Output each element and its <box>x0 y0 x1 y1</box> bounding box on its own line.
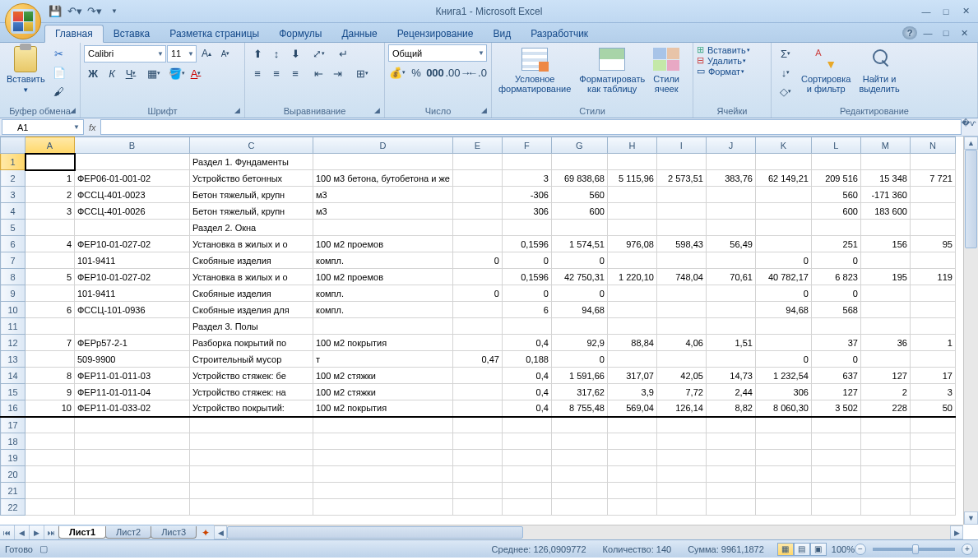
new-sheet-icon[interactable]: ✦ <box>197 527 214 539</box>
cell[interactable] <box>25 351 75 368</box>
cell[interactable]: Раздел 3. Полы <box>190 318 313 335</box>
cell[interactable] <box>607 285 656 302</box>
cell[interactable]: 251 <box>811 236 860 252</box>
cell[interactable]: 0,4 <box>502 384 551 400</box>
cell[interactable] <box>313 499 453 516</box>
cell[interactable]: 0 <box>755 285 811 302</box>
cell[interactable] <box>860 466 910 483</box>
cell[interactable]: 0 <box>551 351 607 368</box>
row-header-6[interactable]: 6 <box>1 236 25 252</box>
cell[interactable] <box>313 417 453 433</box>
cell[interactable] <box>607 220 656 236</box>
cell[interactable]: 37 <box>811 335 860 351</box>
row-header-20[interactable]: 20 <box>1 466 25 483</box>
cell[interactable]: -306 <box>502 187 551 203</box>
cell[interactable] <box>860 351 910 368</box>
cell[interactable] <box>656 466 706 483</box>
cell[interactable]: ФЕРр57-2-1 <box>75 335 190 351</box>
cell[interactable] <box>910 154 955 170</box>
cell[interactable] <box>452 400 502 417</box>
cell[interactable]: 8 <box>25 368 75 384</box>
row-header-18[interactable]: 18 <box>1 433 25 450</box>
number-launcher-icon[interactable]: ◢ <box>478 104 489 116</box>
cell[interactable] <box>75 483 190 499</box>
cell[interactable] <box>607 483 656 499</box>
cell[interactable]: 100 м2 проемов <box>313 269 453 285</box>
cell[interactable] <box>860 220 910 236</box>
sheet-tab-1[interactable]: Лист1 <box>58 526 106 539</box>
orientation-icon[interactable]: ⤢▾ <box>309 44 327 62</box>
cell[interactable]: 17 <box>910 368 955 384</box>
inc-decimal-icon[interactable]: .00→ <box>449 63 467 81</box>
cell[interactable]: 3 502 <box>811 400 860 417</box>
border-icon[interactable]: ▦▾ <box>145 64 163 82</box>
italic-icon[interactable]: К <box>103 64 121 82</box>
cell[interactable] <box>910 450 955 466</box>
cell[interactable] <box>860 252 910 269</box>
underline-icon[interactable]: Ч▾ <box>122 64 140 82</box>
align-top-icon[interactable]: ⬆ <box>248 44 267 62</box>
col-header-L[interactable]: L <box>811 137 860 154</box>
cell[interactable]: 598,43 <box>656 236 706 252</box>
col-header-E[interactable]: E <box>452 137 502 154</box>
cell[interactable]: 6 <box>25 302 75 318</box>
cell[interactable] <box>860 302 910 318</box>
cell[interactable]: 560 <box>811 187 860 203</box>
cell[interactable]: 4 <box>25 236 75 252</box>
cell[interactable]: 600 <box>551 203 607 220</box>
cell[interactable]: 0,4 <box>502 400 551 417</box>
col-header-H[interactable]: H <box>607 137 656 154</box>
col-header-M[interactable]: M <box>860 137 910 154</box>
wrap-text-icon[interactable]: ↵ <box>332 44 354 62</box>
cell[interactable]: 42 750,31 <box>551 269 607 285</box>
cell[interactable]: 94,68 <box>755 302 811 318</box>
cell[interactable] <box>755 450 811 466</box>
cell[interactable]: компл. <box>313 302 453 318</box>
cell[interactable] <box>607 252 656 269</box>
cell[interactable]: 100 м2 стяжки <box>313 368 453 384</box>
cell[interactable] <box>656 433 706 450</box>
row-header-10[interactable]: 10 <box>1 302 25 318</box>
cell[interactable] <box>860 483 910 499</box>
clear-icon[interactable]: ◇▾ <box>775 82 796 100</box>
align-center-icon[interactable]: ≡ <box>267 64 285 82</box>
cell[interactable]: 3 <box>25 203 75 220</box>
cell[interactable] <box>607 466 656 483</box>
scroll-down-icon[interactable]: ▼ <box>964 511 978 525</box>
font-name-combo[interactable]: Calibri▼ <box>84 45 166 62</box>
row-header-1[interactable]: 1 <box>1 154 25 170</box>
cell[interactable]: 568 <box>811 302 860 318</box>
vertical-scrollbar[interactable]: ▲ ▼ <box>963 137 978 525</box>
cell[interactable]: 2 573,51 <box>656 170 706 187</box>
font-size-combo[interactable]: 11▼ <box>167 45 197 62</box>
cell[interactable] <box>502 154 551 170</box>
name-box-dropdown-icon[interactable]: ▼ <box>73 123 80 131</box>
cell[interactable] <box>755 236 811 252</box>
cell[interactable] <box>910 318 955 335</box>
redo-icon[interactable]: ↷▾ <box>86 2 104 21</box>
cell[interactable]: 383,76 <box>706 170 755 187</box>
cell[interactable]: 1 <box>910 335 955 351</box>
cell[interactable] <box>706 351 755 368</box>
qat-customize-icon[interactable]: ▼ <box>105 2 123 21</box>
cell[interactable] <box>656 483 706 499</box>
grow-font-icon[interactable]: A▴ <box>197 44 216 62</box>
cell[interactable] <box>656 499 706 516</box>
inc-indent-icon[interactable]: ⇥ <box>328 64 346 82</box>
cell[interactable]: 2,44 <box>706 384 755 400</box>
sheet-prev-icon[interactable]: ◀ <box>15 525 30 539</box>
cell[interactable]: 0,1596 <box>502 269 551 285</box>
cell[interactable]: 127 <box>860 368 910 384</box>
cell[interactable]: Устройство стяжек: на <box>190 384 313 400</box>
cell[interactable]: 569,04 <box>607 400 656 417</box>
cell[interactable] <box>502 466 551 483</box>
cell-styles-button[interactable]: Стили ячеек <box>650 44 683 95</box>
cell[interactable]: 100 м2 проемов <box>313 236 453 252</box>
cell[interactable] <box>25 450 75 466</box>
cell[interactable]: Раздел 2. Окна <box>190 220 313 236</box>
col-header-A[interactable]: A <box>25 137 75 154</box>
cell[interactable]: 3,9 <box>607 384 656 400</box>
cell[interactable] <box>452 269 502 285</box>
cell[interactable] <box>755 203 811 220</box>
cell[interactable] <box>502 499 551 516</box>
